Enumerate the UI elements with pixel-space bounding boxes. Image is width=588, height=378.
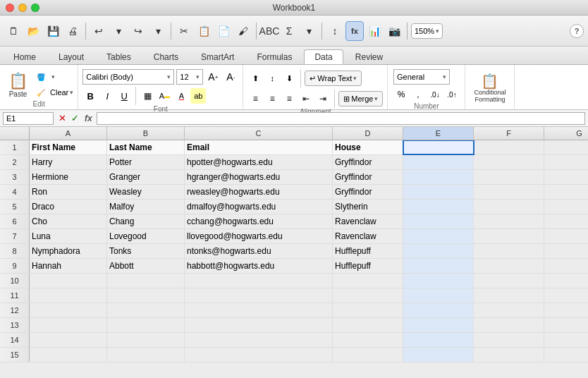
cell-g5[interactable]: [544, 200, 588, 214]
cell-b1[interactable]: Last Name: [107, 140, 185, 154]
cell-a5[interactable]: Draco: [30, 200, 107, 214]
row-header[interactable]: 7: [0, 229, 30, 243]
row-header[interactable]: 13: [0, 318, 30, 332]
cell-f1[interactable]: [474, 140, 544, 154]
cell-a13[interactable]: [30, 318, 107, 332]
cell-d15[interactable]: [333, 348, 403, 362]
cell-e12[interactable]: [403, 303, 474, 317]
cell-g1[interactable]: [544, 140, 588, 154]
cell-g7[interactable]: [544, 229, 588, 243]
cell-b12[interactable]: [107, 303, 185, 317]
tab-data[interactable]: Data: [304, 49, 343, 64]
underline-button[interactable]: U: [116, 88, 132, 104]
cell-f4[interactable]: [474, 185, 544, 199]
cell-g15[interactable]: [544, 348, 588, 362]
cell-f13[interactable]: [474, 318, 544, 332]
window-controls[interactable]: [6, 4, 39, 12]
cell-d8[interactable]: Hufflepuff: [333, 244, 403, 258]
cell-c14[interactable]: [185, 333, 333, 347]
cell-e5[interactable]: [403, 200, 474, 214]
row-header[interactable]: 11: [0, 288, 30, 303]
cell-g4[interactable]: [544, 185, 588, 199]
cell-f2[interactable]: [474, 155, 544, 169]
cell-g11[interactable]: [544, 288, 588, 303]
row-header[interactable]: 14: [0, 333, 30, 347]
maximize-button[interactable]: [31, 4, 39, 12]
cell-b2[interactable]: Potter: [107, 155, 185, 169]
auto-sum-button[interactable]: Σ: [280, 21, 298, 41]
cell-a1[interactable]: First Name: [30, 140, 107, 154]
decrease-decimal-button[interactable]: .0↓: [427, 87, 443, 102]
cell-f8[interactable]: [474, 244, 544, 258]
cell-e4[interactable]: [403, 185, 474, 199]
cell-c11[interactable]: [185, 288, 333, 303]
sort-button[interactable]: ↕: [326, 21, 344, 41]
row-header[interactable]: 2: [0, 155, 30, 169]
cell-c1[interactable]: Email: [185, 140, 333, 154]
row-header[interactable]: 8: [0, 244, 30, 258]
tab-formulas[interactable]: Formulas: [246, 49, 302, 64]
cell-f11[interactable]: [474, 288, 544, 303]
cell-d10[interactable]: [333, 274, 403, 288]
cell-e8[interactable]: [403, 244, 474, 258]
fill-color-button[interactable]: A▬: [157, 88, 172, 104]
fill-button[interactable]: 🪣: [33, 70, 49, 84]
cell-b8[interactable]: Tonks: [107, 244, 185, 258]
cell-f5[interactable]: [474, 200, 544, 214]
cell-a2[interactable]: Harry: [30, 155, 107, 169]
cell-g3[interactable]: [544, 170, 588, 184]
cell-g9[interactable]: [544, 259, 588, 273]
cell-f10[interactable]: [474, 274, 544, 288]
merge-button[interactable]: ⊞ Merge ▾: [338, 91, 383, 106]
cell-c3[interactable]: hgranger@hogwarts.edu: [185, 170, 333, 184]
cell-c6[interactable]: cchang@hogwarts.edu: [185, 214, 333, 228]
cell-e3[interactable]: [403, 170, 474, 184]
tab-review[interactable]: Review: [345, 49, 393, 64]
bold-button[interactable]: B: [82, 88, 98, 104]
col-header-e[interactable]: E: [403, 127, 474, 140]
increase-font-button[interactable]: A+: [205, 70, 221, 84]
cell-c9[interactable]: habbott@hogwarts.edu: [185, 259, 333, 273]
cell-f6[interactable]: [474, 214, 544, 228]
cell-b7[interactable]: Lovegood: [107, 229, 185, 243]
col-header-c[interactable]: C: [185, 127, 333, 140]
cell-d7[interactable]: Ravenclaw: [333, 229, 403, 243]
cut-button[interactable]: ✂: [175, 21, 193, 41]
cell-d4[interactable]: Gryffindor: [333, 185, 403, 199]
highlight-button[interactable]: ab: [190, 88, 206, 104]
cell-e15[interactable]: [403, 348, 474, 362]
cell-e1[interactable]: [403, 140, 474, 154]
border-button[interactable]: ▦: [140, 88, 155, 104]
clear-button[interactable]: 🧹: [33, 85, 49, 99]
cell-e2[interactable]: [403, 155, 474, 169]
cell-d12[interactable]: [333, 303, 403, 317]
cell-f3[interactable]: [474, 170, 544, 184]
col-header-a[interactable]: A: [30, 127, 107, 140]
tab-layout[interactable]: Layout: [48, 49, 94, 64]
cell-c2[interactable]: hpotter@hogwarts.edu: [185, 155, 333, 169]
help-button[interactable]: ?: [570, 24, 584, 38]
cell-b9[interactable]: Abbott: [107, 259, 185, 273]
cancel-formula-button[interactable]: ✕: [56, 113, 68, 123]
row-header[interactable]: 10: [0, 274, 30, 288]
cell-c8[interactable]: ntonks@hogwarts.edu: [185, 244, 333, 258]
cell-f12[interactable]: [474, 303, 544, 317]
cell-c15[interactable]: [185, 348, 333, 362]
spell-check-button[interactable]: ABC: [260, 21, 278, 41]
confirm-formula-button[interactable]: ✓: [69, 113, 80, 123]
save-button[interactable]: 💾: [44, 21, 62, 41]
cell-d13[interactable]: [333, 318, 403, 332]
cell-e10[interactable]: [403, 274, 474, 288]
col-header-d[interactable]: D: [333, 127, 403, 140]
comma-button[interactable]: ,: [410, 87, 426, 102]
cell-b6[interactable]: Chang: [107, 214, 185, 228]
cell-b15[interactable]: [107, 348, 185, 362]
redo-button[interactable]: ↪: [129, 21, 147, 41]
cell-g13[interactable]: [544, 318, 588, 332]
col-header-b[interactable]: B: [107, 127, 185, 140]
print-button[interactable]: 🖨: [63, 21, 82, 41]
open-button[interactable]: 📂: [24, 21, 42, 41]
cell-a10[interactable]: [30, 274, 107, 288]
cell-f9[interactable]: [474, 259, 544, 273]
cell-c4[interactable]: rweasley@hogwarts.edu: [185, 185, 333, 199]
